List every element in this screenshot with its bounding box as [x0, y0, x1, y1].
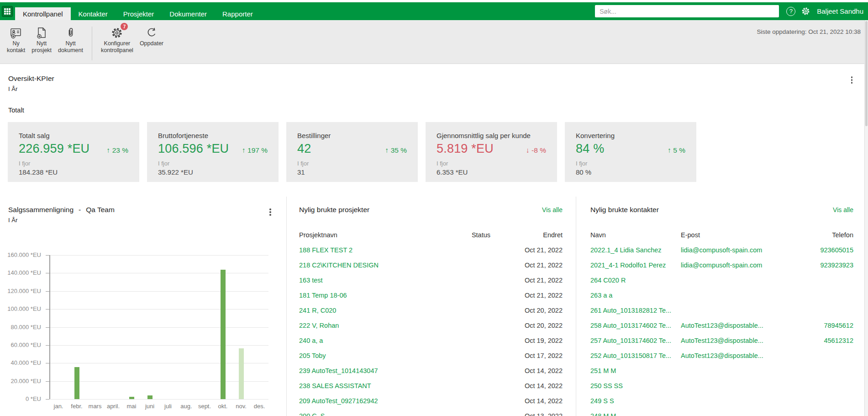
project-row: 238 SALES ASSISTANTOct 14, 2022	[287, 381, 576, 390]
new-document-button[interactable]: Nytt dokument	[55, 26, 86, 54]
chart-ytick-label: 100.000 *EU	[0, 306, 41, 312]
contact-add-icon	[10, 26, 22, 40]
chart-bar-febr[interactable]	[74, 367, 79, 399]
gear-icon: 7	[110, 26, 123, 40]
kpi-section-title: Oversikt-KPIer	[8, 75, 54, 83]
contact-email[interactable]: lidia@compusoft-spain.com	[681, 261, 762, 270]
project-date: Oct 17, 2022	[525, 351, 563, 360]
new-contact-button[interactable]: Ny kontakt	[4, 26, 28, 54]
chart-xtick-label: des.	[249, 403, 269, 410]
refresh-button[interactable]: Oppdater	[137, 26, 167, 47]
tab-dokumenter[interactable]: Dokumenter	[162, 7, 215, 20]
tab-rapporter[interactable]: Rapporter	[215, 7, 261, 20]
contact-email[interactable]: AutoTest123@dispostable...	[681, 336, 763, 345]
tab-kontrollpanel[interactable]: Kontrollpanel	[15, 7, 71, 20]
contact-link[interactable]: 264 C020 R	[590, 276, 626, 285]
project-link[interactable]: 163 test	[299, 276, 323, 285]
kpi-card-prev-label: I fjor	[576, 160, 685, 167]
contact-link[interactable]: 261 Auto_1013182812 Te...	[590, 306, 671, 315]
contact-link[interactable]: 249 S S	[590, 396, 614, 405]
contact-link[interactable]: 248 M M	[590, 411, 616, 416]
project-link[interactable]: 240 a, a	[299, 336, 323, 345]
tab-prosjekter[interactable]: Prosjekter	[116, 7, 162, 20]
kpi-card-trend: ↓ -8 %	[526, 146, 546, 155]
toolbar: Ny kontakt Nytt prosjekt	[0, 20, 868, 64]
kpi-card-1: Totalt salg226.959 *EU↑ 23 %I fjor184.23…	[8, 122, 139, 182]
contact-row: 251 M M	[576, 366, 868, 375]
vertical-scrollbar[interactable]	[864, 20, 868, 416]
paperclip-icon	[64, 26, 77, 40]
project-link[interactable]: 181 Temp 18-06	[299, 291, 347, 300]
contact-link[interactable]: 257 Auto_1013174602 Te...	[590, 336, 671, 345]
kpi-card-prev-label: I fjor	[158, 160, 268, 167]
chart-bar-okt[interactable]	[221, 270, 226, 399]
contact-row: 252 Auto_1013150817 Te...AutoTest123@dis…	[576, 351, 868, 360]
chart-gridline	[49, 363, 268, 363]
chart-tick	[46, 345, 49, 346]
contact-link[interactable]: 250 SS SS	[590, 381, 623, 390]
chart-tick	[46, 363, 49, 363]
contact-link[interactable]: 263 a a	[590, 291, 612, 300]
toolbar-button-label: Nytt	[65, 40, 75, 47]
project-link[interactable]: 241 R, C020	[299, 306, 336, 315]
contact-email[interactable]: lidia@compusoft-spain.com	[681, 245, 762, 255]
project-row: 218 C2\KITCHEN DESIGNOct 21, 2022	[287, 261, 576, 270]
project-link[interactable]: 218 C2\KITCHEN DESIGN	[299, 261, 379, 270]
tab-kontakter[interactable]: Kontakter	[71, 7, 116, 20]
project-link[interactable]: 205 Toby	[299, 351, 326, 360]
project-link[interactable]: 200 C, S	[299, 411, 325, 416]
kpi-card-prev-value: 31	[297, 168, 407, 176]
project-link[interactable]: 239 AutoTest_1014143047	[299, 366, 378, 375]
chart-bar-mai[interactable]	[129, 397, 134, 399]
kpi-card-value: 106.596 *EU	[158, 142, 229, 156]
kpi-kebab-menu-icon[interactable]	[849, 75, 855, 85]
chart-ytick-label: 20.000 *EU	[0, 378, 41, 384]
kpi-card-prev-value: 80 %	[576, 168, 685, 176]
toolbar-buttons: Ny kontakt Nytt prosjekt	[0, 20, 868, 60]
chart-gridline	[49, 381, 268, 382]
project-link[interactable]: 238 SALES ASSISTANT	[299, 381, 371, 390]
contact-email[interactable]: AutoTest123@dispostable...	[681, 351, 763, 360]
search-input[interactable]	[595, 5, 779, 17]
contact-link[interactable]: 2022.1_4 Lidia Sanchez	[590, 245, 662, 255]
contact-link[interactable]: 251 M M	[590, 366, 616, 375]
contact-phone[interactable]: 78945612	[824, 321, 853, 330]
refresh-icon	[145, 26, 158, 40]
contact-link[interactable]: 2021_4-1 Rodolfo1 Perez	[590, 261, 666, 270]
help-icon[interactable]: ?	[786, 7, 795, 16]
project-link[interactable]: 209 AutoTest_0927162942	[299, 396, 378, 405]
contact-phone[interactable]: 923605015	[820, 245, 853, 255]
contact-row: 261 Auto_1013182812 Te...	[576, 306, 868, 315]
chart-bar-juni[interactable]	[147, 395, 153, 399]
project-date: Oct 20, 2022	[525, 306, 563, 315]
app-logo-icon[interactable]	[2, 6, 13, 17]
toolbar-button-label: Nytt	[37, 40, 47, 47]
nav-tabs: KontrollpanelKontakterProsjekterDokument…	[15, 2, 261, 20]
chart-tick	[46, 273, 49, 273]
project-link[interactable]: 222 V, Rohan	[299, 321, 339, 330]
projects-rows: 188 FLEX TEST 2Oct 21, 2022218 C2\KITCHE…	[287, 197, 576, 416]
chart-bar-nov[interactable]	[239, 348, 244, 399]
new-project-button[interactable]: Nytt prosjekt	[28, 26, 55, 54]
kpi-card-prev-value: 6.353 *EU	[437, 168, 546, 176]
contact-link[interactable]: 258 Auto_1013174602 Te...	[590, 321, 671, 330]
kpi-card-trend: ↑ 5 %	[668, 146, 685, 155]
kpi-group-label: Totalt	[8, 107, 24, 114]
project-row: 181 Temp 18-06Oct 21, 2022	[287, 291, 576, 300]
contact-phone[interactable]: 45612312	[824, 336, 853, 345]
configure-dashboard-button[interactable]: 7 Konfigurer kontrollpanel	[98, 26, 137, 54]
contact-email[interactable]: AutoTest123@dispostable...	[681, 321, 763, 330]
project-link[interactable]: 188 FLEX TEST 2	[299, 245, 352, 255]
contact-phone[interactable]: 923923923	[820, 261, 853, 270]
scrollbar-thumb[interactable]	[865, 21, 868, 126]
chart-tick	[46, 309, 49, 309]
kpi-card-prev-label: I fjor	[297, 160, 407, 167]
user-menu[interactable]: Baljeet Sandhu	[817, 7, 863, 15]
contact-row: 249 S S	[576, 396, 868, 405]
recent-projects-panel: Nylig brukte prosjekter Vis alle Prosjek…	[287, 197, 576, 416]
project-row: 163 testOct 21, 2022	[287, 276, 576, 285]
kpi-card-value-row: 84 %↑ 5 %	[576, 142, 685, 156]
settings-gear-icon[interactable]	[801, 6, 810, 16]
contact-link[interactable]: 252 Auto_1013150817 Te...	[590, 351, 671, 360]
app-window: KontrollpanelKontakterProsjekterDokument…	[0, 0, 868, 416]
